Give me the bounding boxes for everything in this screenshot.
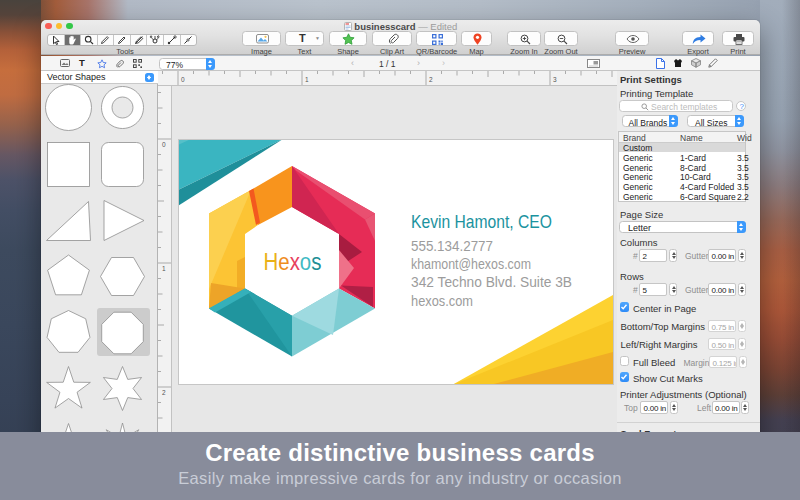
svg-text:342 Techno Blvd. Suite 3B: 342 Techno Blvd. Suite 3B	[411, 274, 572, 290]
svg-text:Kevin Hamont, CEO: Kevin Hamont, CEO	[411, 211, 552, 232]
svg-text:555.134.2777: 555.134.2777	[411, 238, 493, 254]
svg-text:khamont@hexos.com: khamont@hexos.com	[411, 256, 531, 272]
svg-text:Hexos: Hexos	[264, 248, 322, 275]
svg-text:hexos.com: hexos.com	[411, 293, 473, 309]
